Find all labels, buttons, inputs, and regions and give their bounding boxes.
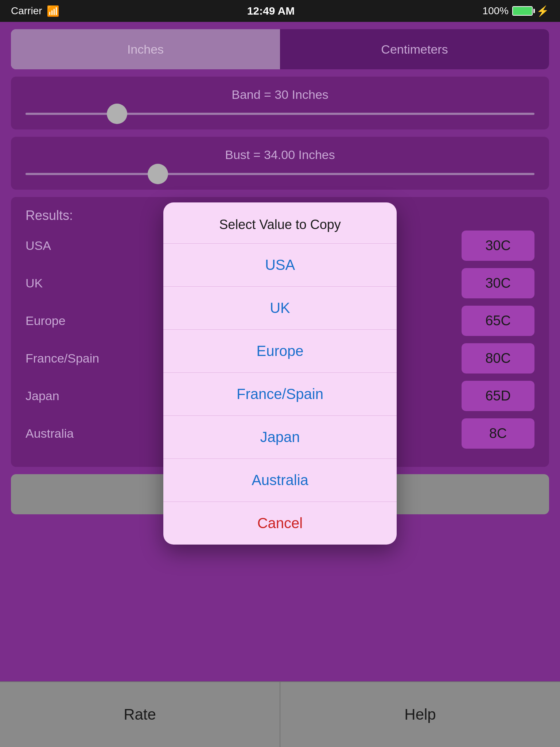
copy-value-modal: Select Value to Copy USA UK Europe Franc… <box>163 202 397 545</box>
modal-item-usa[interactable]: USA <box>163 243 397 286</box>
modal-item-uk[interactable]: UK <box>163 286 397 329</box>
modal-overlay: Select Value to Copy USA UK Europe Franc… <box>0 0 560 747</box>
modal-item-france-spain[interactable]: France/Spain <box>163 372 397 415</box>
modal-item-europe[interactable]: Europe <box>163 329 397 372</box>
modal-item-cancel[interactable]: Cancel <box>163 502 397 545</box>
modal-title: Select Value to Copy <box>163 202 397 243</box>
modal-item-japan[interactable]: Japan <box>163 415 397 458</box>
modal-item-australia[interactable]: Australia <box>163 458 397 502</box>
